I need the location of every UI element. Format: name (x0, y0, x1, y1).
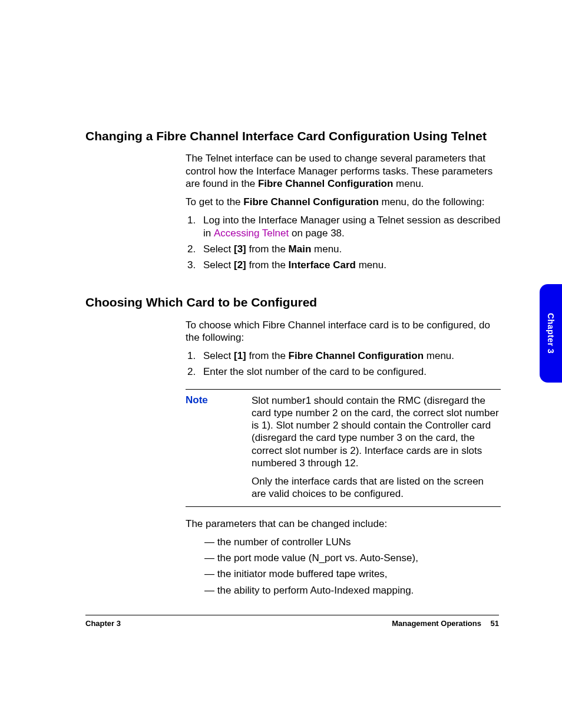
section1-body: The Telnet interface can be used to chan… (186, 152, 501, 271)
heading-changing-fc-config: Changing a Fibre Channel Interface Card … (85, 129, 501, 144)
heading-choosing-card: Choosing Which Card to be Configured (85, 295, 501, 310)
page: Changing a Fibre Channel Interface Card … (0, 0, 562, 728)
text: Enter the slot number of the card to be … (203, 366, 427, 377)
text: Select (203, 259, 234, 271)
bold-text: Fibre Channel Configuration (258, 178, 394, 189)
list-item: the ability to perform Auto-Indexed mapp… (204, 584, 501, 597)
after-note-lead: The parameters that can be changed inclu… (186, 518, 501, 530)
bold-text: Main (289, 243, 312, 255)
footer-rule (85, 615, 499, 615)
list-item: the port mode value (N_port vs. Auto-Sen… (204, 552, 501, 564)
page-number: 51 (491, 619, 499, 628)
note-label: Note (186, 394, 252, 406)
note-box: Note Slot number1 should contain the RMC… (186, 389, 501, 507)
text: menu. (356, 259, 386, 271)
section2-intro: To choose which Fibre Channel interface … (186, 319, 501, 344)
note-paragraph: Slot number1 should contain the RMC (dis… (252, 394, 501, 470)
text: To get to the (186, 196, 243, 207)
text: Select (203, 243, 234, 255)
text: on page 38. (289, 228, 345, 239)
text: Select (203, 350, 234, 361)
note-body: Slot number1 should contain the RMC (dis… (252, 394, 501, 500)
text: from the (246, 243, 289, 255)
link-accessing-telnet[interactable]: Accessing Telnet (214, 228, 289, 239)
chapter-side-tab: Chapter 3 (540, 284, 562, 383)
section2-steps: Select [1] from the Fibre Channel Config… (186, 350, 501, 378)
step-item: Select [1] from the Fibre Channel Config… (199, 350, 501, 362)
bullet-list: the number of controller LUNs the port m… (186, 536, 501, 597)
text: menu. (311, 243, 342, 255)
list-item: the number of controller LUNs (204, 536, 501, 548)
section1-steps: Log into the Interface Manager using a T… (186, 214, 501, 271)
section1-lead: To get to the Fibre Channel Configuratio… (186, 196, 501, 208)
step-item: Enter the slot number of the card to be … (199, 365, 501, 378)
list-item: the initiator mode buffered tape writes, (204, 568, 501, 580)
content-column: Changing a Fibre Channel Interface Card … (85, 129, 501, 600)
section2-body: To choose which Fibre Channel interface … (186, 319, 501, 597)
step-item: Log into the Interface Manager using a T… (199, 214, 501, 239)
text: from the (246, 350, 289, 361)
footer-title: Management Operations (392, 619, 481, 628)
text: menu, do the following: (379, 196, 485, 207)
footer-left: Chapter 3 (85, 619, 121, 628)
bold-text: [1] (234, 350, 246, 361)
bold-text: Fibre Channel Configuration (289, 350, 424, 361)
bold-text: Fibre Channel Configuration (243, 196, 379, 207)
step-item: Select [3] from the Main menu. (199, 243, 501, 255)
note-paragraph: Only the interface cards that are listed… (252, 475, 501, 500)
section1-intro: The Telnet interface can be used to chan… (186, 152, 501, 190)
spacer (85, 276, 501, 295)
bold-text: [3] (234, 243, 246, 255)
text: menu. (393, 178, 424, 189)
step-item: Select [2] from the Interface Card menu. (199, 259, 501, 271)
footer: Chapter 3 Management Operations 51 (85, 619, 499, 628)
side-tab-label: Chapter 3 (546, 313, 556, 354)
bold-text: [2] (234, 259, 246, 271)
text: menu. (424, 350, 454, 361)
footer-right: Management Operations 51 (392, 619, 499, 628)
text: from the (246, 259, 289, 271)
bold-text: Interface Card (289, 259, 356, 271)
